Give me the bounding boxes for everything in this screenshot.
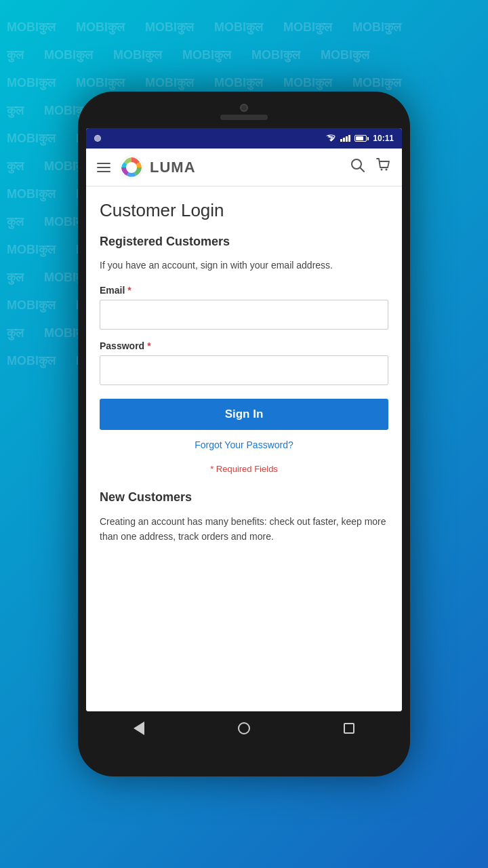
phone-frame: 10:11 xyxy=(78,92,410,776)
cart-icon[interactable] xyxy=(376,158,391,176)
password-required-star: * xyxy=(147,340,150,351)
luma-logo-icon xyxy=(119,155,144,180)
new-customers-title: New Customers xyxy=(100,490,388,505)
back-button[interactable] xyxy=(129,718,149,738)
email-label: Email* xyxy=(100,285,388,296)
hamburger-line-2 xyxy=(97,167,110,168)
email-form-group: Email* xyxy=(100,285,388,330)
battery-icon xyxy=(354,135,369,142)
svg-point-4 xyxy=(381,169,383,171)
registered-customers-title: Registered Customers xyxy=(100,235,388,249)
recents-icon xyxy=(344,723,354,734)
phone-bottom-nav xyxy=(86,711,402,745)
new-customers-description: Creating an account has many benefits: c… xyxy=(100,514,388,545)
recents-button[interactable] xyxy=(339,718,359,738)
password-label: Password* xyxy=(100,340,388,351)
status-indicator xyxy=(94,135,101,142)
svg-point-5 xyxy=(386,169,388,171)
logo-text: LUMA xyxy=(150,159,196,176)
status-bar-right: 10:11 xyxy=(325,134,394,143)
status-time: 10:11 xyxy=(373,134,394,143)
menu-button[interactable] xyxy=(97,163,110,172)
nav-left: LUMA xyxy=(97,155,196,180)
wifi-icon xyxy=(325,134,336,142)
phone-hardware-top xyxy=(86,104,402,123)
home-icon xyxy=(238,722,250,734)
svg-point-1 xyxy=(126,162,137,173)
hamburger-line-3 xyxy=(97,171,110,172)
registered-customers-description: If you have an account, sign in with you… xyxy=(100,258,388,273)
password-form-group: Password* xyxy=(100,340,388,385)
navigation-bar: LUMA xyxy=(86,149,402,186)
email-input[interactable] xyxy=(100,300,388,330)
signal-icon xyxy=(340,135,350,142)
camera xyxy=(240,104,248,112)
speaker xyxy=(220,115,268,120)
page-title: Customer Login xyxy=(100,200,388,221)
back-icon xyxy=(134,722,144,735)
password-input[interactable] xyxy=(100,355,388,385)
home-button[interactable] xyxy=(234,718,254,738)
required-fields-note: * Required Fields xyxy=(100,464,388,474)
content-area: Customer Login Registered Customers If y… xyxy=(86,186,402,711)
hamburger-line-1 xyxy=(97,163,110,164)
search-icon[interactable] xyxy=(350,158,365,176)
status-bar-left xyxy=(94,135,101,142)
sign-in-button[interactable]: Sign In xyxy=(100,399,388,430)
status-bar: 10:11 xyxy=(86,128,402,149)
nav-right xyxy=(350,158,391,176)
logo-container: LUMA xyxy=(119,155,196,180)
forgot-password-link[interactable]: Forgot Your Password? xyxy=(100,439,388,450)
svg-line-3 xyxy=(360,167,364,172)
phone-screen: 10:11 xyxy=(86,128,402,711)
email-required-star: * xyxy=(127,285,131,296)
